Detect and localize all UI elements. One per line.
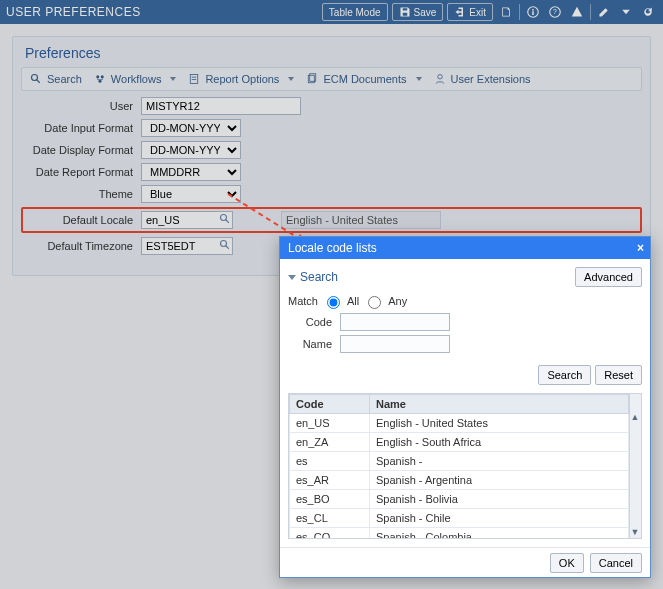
titlebar-actions: Table Mode Save Exit ? [322,3,657,21]
user-icon [434,73,446,85]
date-input-format-label: Date Input Format [21,122,141,134]
date-input-format-select[interactable]: DD-MON-YYYY [141,119,241,137]
chevron-down-icon[interactable] [170,77,176,81]
match-any-label: Any [388,295,407,307]
user-field[interactable] [141,97,301,115]
exit-label: Exit [469,7,486,18]
scroll-up-icon[interactable]: ▲ [630,412,640,422]
user-label: User [21,100,141,112]
match-all-label: All [347,295,359,307]
reset-button[interactable]: Reset [595,365,642,385]
name-input[interactable] [340,335,450,353]
tab-ecm-documents[interactable]: ECM Documents [306,73,421,85]
match-all-radio[interactable] [327,296,340,309]
table-row[interactable]: es_ARSpanish - Argentina [290,471,629,490]
titlebar: USER PREFERENCES Table Mode Save Exit ? [0,0,663,24]
code-input[interactable] [340,313,450,331]
results-table: Code Name en_USEnglish - United Statesen… [288,393,642,539]
cell-name: Spanish - [370,452,629,471]
svg-rect-12 [192,79,197,80]
chevron-down-icon[interactable] [617,3,635,21]
tab-user-extensions[interactable]: User Extensions [434,73,531,85]
svg-point-16 [221,215,227,221]
info-icon[interactable] [524,3,542,21]
table-row[interactable]: es_COSpanish - Colombia [290,528,629,539]
svg-text:?: ? [553,8,557,15]
help-icon[interactable]: ? [546,3,564,21]
svg-point-5 [32,75,38,81]
exit-button[interactable]: Exit [447,3,493,21]
preferences-form: User Date Input Format DD-MON-YYYY Date … [21,91,642,255]
svg-line-17 [226,220,229,223]
tab-label: Workflows [111,73,162,85]
cell-code: en_US [290,414,370,433]
default-locale-name: English - United States [281,211,441,229]
cell-code: en_ZA [290,433,370,452]
chevron-down-icon[interactable] [416,77,422,81]
lookup-icon[interactable] [219,238,231,251]
documents-icon [306,73,318,85]
svg-rect-11 [192,77,197,78]
match-any-radio[interactable] [368,296,381,309]
cell-code: es_CL [290,509,370,528]
cell-code: es [290,452,370,471]
svg-point-8 [101,75,104,78]
table-row[interactable]: en_USEnglish - United States [290,414,629,433]
col-name[interactable]: Name [370,395,629,414]
chevron-down-icon[interactable] [288,77,294,81]
close-icon[interactable]: × [637,241,644,255]
tab-report-options[interactable]: Report Options [188,73,294,85]
cell-code: es_AR [290,471,370,490]
date-display-format-label: Date Display Format [21,144,141,156]
edit-icon[interactable] [595,3,613,21]
refresh-icon[interactable] [639,3,657,21]
tab-search[interactable]: Search [30,73,82,85]
tab-label: ECM Documents [323,73,406,85]
save-button[interactable]: Save [392,3,444,21]
warning-icon[interactable] [568,3,586,21]
svg-line-6 [37,80,40,83]
col-code[interactable]: Code [290,395,370,414]
ok-button[interactable]: OK [550,553,584,573]
default-locale-row: Default Locale English - United States [21,207,642,233]
default-timezone-label: Default Timezone [21,240,141,252]
table-mode-button[interactable]: Table Mode [322,3,388,21]
search-section-title[interactable]: Search [288,270,338,284]
svg-point-9 [98,80,101,83]
modal-header: Locale code lists × [280,237,650,259]
tab-label: Report Options [205,73,279,85]
table-row[interactable]: esSpanish - [290,452,629,471]
tab-workflows[interactable]: Workflows [94,73,177,85]
theme-select[interactable]: Blue [141,185,241,203]
svg-point-7 [96,75,99,78]
date-report-format-select[interactable]: MMDDRR [141,163,241,181]
table-row[interactable]: es_BOSpanish - Bolivia [290,490,629,509]
scroll-down-icon[interactable]: ▼ [630,527,640,537]
attachments-icon[interactable] [497,3,515,21]
svg-rect-2 [532,9,534,11]
search-button[interactable]: Search [538,365,591,385]
cell-code: es_BO [290,490,370,509]
lookup-icon[interactable] [219,212,231,225]
date-display-format-select[interactable]: DD-MON-YYYY [141,141,241,159]
tab-label: User Extensions [451,73,531,85]
table-row[interactable]: es_CLSpanish - Chile [290,509,629,528]
advanced-button[interactable]: Advanced [575,267,642,287]
cell-code: es_CO [290,528,370,539]
panel-title: Preferences [21,43,642,67]
cell-name: Spanish - Chile [370,509,629,528]
exit-icon [454,6,466,18]
cancel-button[interactable]: Cancel [590,553,642,573]
app-title: USER PREFERENCES [6,5,141,19]
tab-label: Search [47,73,82,85]
cell-name: Spanish - Bolivia [370,490,629,509]
cell-name: Spanish - Colombia [370,528,629,539]
scrollbar[interactable]: ▲ ▼ [629,394,641,538]
cell-name: English - United States [370,414,629,433]
modal-title: Locale code lists [288,241,377,255]
collapse-icon [288,275,296,280]
locale-lookup-modal: Locale code lists × Search Advanced Matc… [279,236,651,578]
cell-name: Spanish - Argentina [370,471,629,490]
table-row[interactable]: en_ZAEnglish - South Africa [290,433,629,452]
default-locale-label: Default Locale [25,214,141,226]
